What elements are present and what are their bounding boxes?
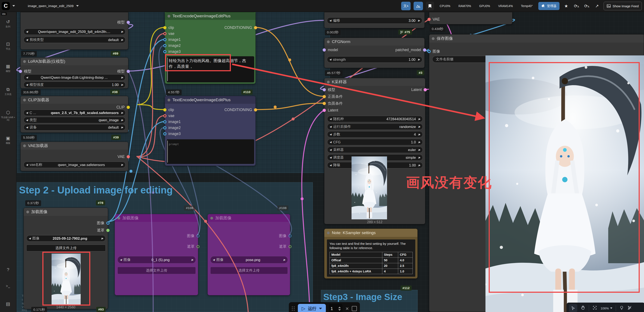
clip-input-port[interactable]: clip [163,25,174,30]
decrement-icon[interactable] [26,76,28,79]
decrement-icon[interactable] [26,119,28,121]
prompt-textarea[interactable]: prompt [167,139,254,164]
conditioning-output-port[interactable]: CONDITIONING [224,108,257,112]
sidebar-item-models[interactable]: ▦模型 [0,64,16,72]
vae-input-port[interactable]: VAE [428,17,440,22]
decrement-icon[interactable] [26,126,28,128]
image-input-port[interactable]: 图像 [428,49,440,54]
image-file-widget[interactable]: 图像pose.png [210,256,288,264]
increment-icon[interactable] [102,237,103,240]
increment-icon[interactable] [121,119,123,121]
decrement-icon[interactable] [120,258,122,261]
toolbar-drag-handle[interactable] [292,306,295,311]
sidebar-item-workflows[interactable]: ⧉工作流 [0,87,16,96]
light-toggle-button[interactable] [620,306,624,311]
chevron-down-icon[interactable] [76,5,79,7]
show-image-feed-button[interactable]: Show Image Feed [604,2,642,10]
manager-button[interactable]: 管理器 [538,2,560,10]
decrement-icon[interactable] [330,141,332,143]
translate-button[interactable]: 文A [401,2,410,10]
clear-queue-button[interactable]: × [346,305,349,312]
sidebar-item-templates[interactable]: ▣模板 [0,136,16,144]
increment-icon[interactable] [121,84,123,86]
node-ksampler[interactable]: K采样器 模型 Latent 正面条件 负面条件 Latent 随机种47284… [324,78,425,224]
collapse-dot[interactable] [23,144,26,147]
increment-icon[interactable] [418,141,420,143]
fit-view-button[interactable] [592,305,597,311]
select-tool-button[interactable] [569,304,577,312]
positive-input-port[interactable]: 正面条件 [323,94,343,99]
workflow-title[interactable]: image_qwen_image_edit_2509 [28,4,74,8]
collapse-dot[interactable] [327,232,330,234]
steps-widget[interactable]: 步数4 [327,131,423,138]
node-cfgnorm[interactable]: CFGNorm model patched_model strength1.00 [324,38,425,68]
decrement-icon[interactable] [330,118,332,120]
decrement-icon[interactable] [26,164,28,166]
decrement-icon[interactable] [213,258,214,261]
node-clip-loader[interactable]: CLIP加载器 CLIP C ...qwen_2.5_vl_7b_fp8_sca… [20,96,128,133]
zoom-level-dropdown[interactable]: 106% [600,306,612,310]
favorites-button[interactable]: ★ [562,4,570,8]
collapse-dot[interactable] [210,217,213,220]
increment-icon[interactable] [121,126,123,128]
upload-button[interactable]: 选择文件上传 [26,244,106,252]
model-input-port[interactable]: model [323,48,338,52]
decrement-icon[interactable] [329,58,331,61]
decrement-icon[interactable] [330,133,332,136]
sidebar-item-keybinding[interactable]: ▤ [0,301,16,306]
increment-icon[interactable] [121,38,123,41]
node-lora-loader[interactable]: LoRA加载器(仅模型) 模型 模型 Qwen\Qwen-Image-Edit-… [20,57,128,88]
node-note-ksampler-settings[interactable]: Note: KSampler settings You can test and… [324,228,418,278]
share-button[interactable]: ↗ [593,4,600,8]
model-input-port[interactable]: 模型 [19,69,32,74]
vae-input-port[interactable]: vae [163,114,174,118]
node-vae-loader[interactable]: VAE加载器 VAE vae名称qwen_image_vae.safetenso… [20,142,128,171]
increment-icon[interactable] [418,126,420,128]
decrement-icon[interactable] [26,112,28,114]
prune-type-widget[interactable]: 剪枝类型default [24,36,126,43]
sidebar-item-nodes[interactable]: ⊡节点 [0,42,16,50]
mask-output-port[interactable]: 遮罩 [187,244,200,249]
clip-device-widget[interactable]: 设备default [24,124,126,130]
strength-widget[interactable]: strength1.00 [327,56,422,63]
image3-input-port[interactable]: image3 [163,132,180,136]
increment-icon[interactable] [418,164,420,166]
cfg-widget[interactable]: CFG1.0 [327,139,423,145]
image1-input-port[interactable]: image1 [163,120,180,124]
node-diffusion-loader[interactable]: 模型 Qwen\qwen_image_edit_2509_fp8_e4m3fn.… [20,12,128,50]
bookmark-button[interactable] [426,2,434,10]
control-after-generate-widget[interactable]: 运行后操作randomize [327,124,423,130]
vae-output-port[interactable]: VAE [118,154,130,159]
image-file-widget[interactable]: 图像2025-09-12-7902.png [26,235,106,242]
image-file-widget[interactable]: 图像0_1 (5).png [118,256,196,264]
collapse-dot[interactable] [168,15,170,18]
increment-icon[interactable] [192,258,194,261]
collapse-dot[interactable] [23,99,26,102]
negative-input-port[interactable]: 负面条件 [323,101,343,106]
sidebar-item-terminal[interactable]: >_ [0,284,16,288]
stop-button[interactable] [352,306,357,311]
increment-icon[interactable] [284,258,286,261]
image2-input-port[interactable]: image2 [163,43,180,48]
batch-count-stepper[interactable]: 1 [329,304,342,312]
decrement-icon[interactable] [26,38,28,41]
seed-widget[interactable]: 随机种472844063040514 [327,116,423,122]
node-text-encode-positive[interactable]: TextEncodeQwenImageEditPlus clip vae ima… [165,12,256,84]
model-name-widget[interactable]: Qwen\qwen_image_edit_2509_fp8_e4m3fn.... [24,28,126,35]
decrement-icon[interactable] [330,156,332,159]
collapse-dot[interactable] [432,37,434,40]
model-output-port[interactable]: 模型 [117,69,130,74]
increment-icon[interactable] [121,30,123,33]
model-output-port[interactable]: 模型 [117,20,130,24]
collapse-dot[interactable] [327,81,330,84]
increment-icon[interactable] [121,164,123,166]
mask-output-port[interactable]: 遮罩 [279,244,292,249]
shift-widget[interactable]: 偏移3.00 [327,17,422,24]
vae-input-port[interactable]: vae [163,31,174,36]
sidebar-item-queue[interactable]: ↺队列 [0,19,16,28]
image2-input-port[interactable]: image2 [163,126,180,130]
image-output-port[interactable]: 图像 [279,234,292,238]
vae-name-widget[interactable]: vae名称qwen_image_vae.safetensors [24,162,126,168]
sampler-widget[interactable]: 采样器euler [327,146,423,153]
sidebar-item-node-groups[interactable]: ⬡节点组 (shift + m) [0,110,16,121]
